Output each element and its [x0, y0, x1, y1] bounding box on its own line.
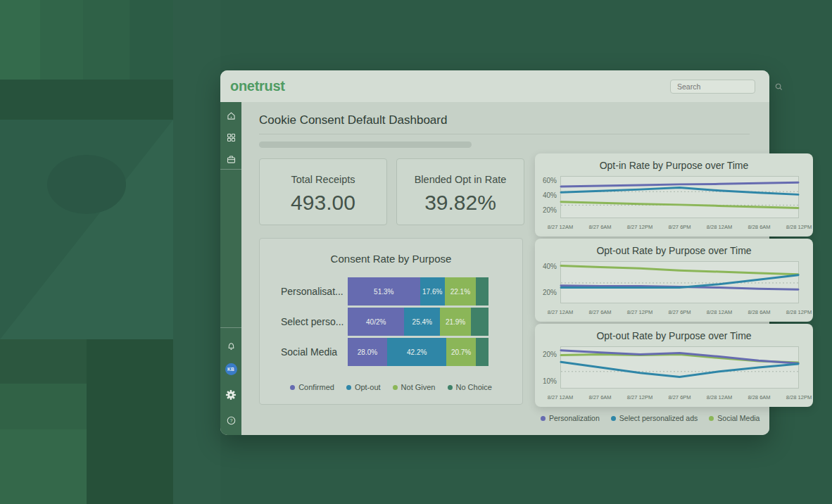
stacked-bar: 28.0%42.2%20.7%	[348, 338, 489, 366]
category-label: Personalisat...	[260, 286, 348, 297]
home-icon[interactable]	[220, 107, 241, 124]
chart-title: Opt-in Rate by Purpose over Time	[535, 153, 813, 171]
bar-segment-confirmed: 28.0%	[348, 338, 387, 366]
y-axis-tick: 40%	[543, 191, 557, 199]
search-icon	[775, 83, 783, 91]
legend-item: Social Media	[709, 414, 759, 422]
stat-card-blended-opt-in: Blended Opt in Rate 39.82%	[396, 158, 524, 225]
stat-value: 39.82%	[397, 191, 524, 215]
stacked-bar: 51.3%17.6%22.1%	[348, 277, 489, 305]
line-series-personalization	[561, 182, 798, 187]
stat-label: Blended Opt in Rate	[397, 174, 524, 185]
x-axis-tick: 8/27 6AM	[588, 309, 611, 315]
chart-title: Consent Rate by Purpose	[260, 253, 522, 265]
line-series-select-personalized-ads	[561, 188, 798, 195]
line-series-social-media	[561, 266, 798, 275]
line-series-select-personalized-ads	[561, 362, 798, 377]
line-charts-column: Opt-in Rate by Purpose over Time 60%40%2…	[535, 153, 813, 422]
y-axis-tick: 10%	[543, 377, 557, 385]
x-axis-tick: 8/27 12AM	[548, 394, 573, 401]
legend-item: Confirmed	[290, 383, 334, 391]
bar-segment-no-choice	[476, 277, 489, 305]
bar-segment-not-given: 22.1%	[445, 277, 476, 305]
x-axis-tick: 8/27 12PM	[627, 394, 653, 401]
x-axis-tick: 8/28 12AM	[707, 394, 732, 401]
bar-segment-opt-out: 42.2%	[387, 338, 446, 366]
svg-text:?: ?	[229, 418, 232, 423]
help-icon[interactable]: ?	[220, 412, 241, 429]
line-plot: 60%40%20%	[560, 176, 799, 218]
bar-row: Select perso...40/2%25.4%21.9%	[260, 308, 522, 336]
x-axis-tick: 8/27 12AM	[548, 309, 573, 315]
x-axis-labels: 8/27 12AM8/27 6AM8/27 12PM8/27 6PM8/28 1…	[560, 394, 799, 401]
bar-row: Personalisat...51.3%17.6%22.1%	[260, 277, 522, 305]
legend-item: Select personalized ads	[611, 414, 698, 422]
legend-dot	[541, 416, 546, 421]
legend-dot	[448, 385, 453, 390]
page-title: Cookie Consent Default Dashboard	[259, 113, 447, 127]
bar-segment-opt-out: 25.4%	[404, 308, 440, 336]
legend-item: Not Given	[393, 383, 436, 391]
legend-label: Not Given	[401, 383, 436, 391]
bar-segment-not-given: 20.7%	[446, 338, 475, 366]
x-axis-tick: 8/27 12PM	[627, 309, 653, 315]
bar-segment-no-choice	[476, 338, 489, 366]
y-axis-tick: 60%	[543, 177, 557, 184]
chart-title: Opt-out Rate by Purpose over Time	[535, 239, 813, 256]
legend-label: Select personalized ads	[619, 414, 698, 422]
bar-row: Social Media28.0%42.2%20.7%	[260, 338, 522, 366]
legend-dot	[290, 385, 295, 390]
briefcase-icon[interactable]	[220, 151, 241, 168]
opt-in-rate-chart-card: Opt-in Rate by Purpose over Time 60%40%2…	[535, 153, 813, 237]
x-axis-labels: 8/27 12AM8/27 6AM8/27 12PM8/27 6PM8/28 1…	[560, 224, 799, 231]
bar-segment-confirmed: 51.3%	[348, 277, 420, 305]
legend-item: No Choice	[448, 383, 492, 391]
sidebar-divider-bottom	[220, 327, 241, 328]
sidebar-divider-top	[220, 169, 241, 170]
category-label: Social Media	[260, 346, 348, 358]
legend-dot	[346, 385, 351, 390]
apps-grid-icon[interactable]	[220, 129, 241, 146]
chart-title: Opt-out Rate by Purpose over Time	[535, 324, 813, 341]
consent-rate-chart-card: Consent Rate by Purpose Personalisat...5…	[259, 238, 523, 405]
gear-icon[interactable]	[220, 386, 241, 403]
legend-dot	[611, 416, 616, 421]
x-axis-tick: 8/27 6PM	[668, 309, 691, 315]
bar-segment-not-given: 21.9%	[440, 308, 471, 336]
y-axis-tick: 20%	[543, 289, 557, 296]
bar-segment-opt-out: 17.6%	[420, 277, 445, 305]
y-axis-tick: 20%	[543, 350, 557, 358]
bell-icon[interactable]	[220, 337, 241, 354]
x-axis-tick: 8/27 12PM	[627, 224, 653, 230]
legend-item: Opt-out	[346, 383, 381, 391]
opt-out-rate-chart-card-1: Opt-out Rate by Purpose over Time 40%20%…	[535, 239, 813, 322]
stacked-bar-chart: Personalisat...51.3%17.6%22.1%Select per…	[260, 277, 522, 368]
stat-card-total-receipts: Total Receipts 493.00	[259, 158, 387, 225]
x-axis-tick: 8/27 6AM	[588, 394, 611, 401]
x-axis-tick: 8/28 12PM	[786, 309, 812, 315]
stacked-bar: 40/2%25.4%21.9%	[348, 308, 489, 336]
bar-segment-no-choice	[471, 308, 489, 336]
x-axis-tick: 8/28 12PM	[786, 394, 812, 401]
title-divider	[259, 134, 750, 134]
legend-label: Opt-out	[355, 383, 381, 391]
x-axis-tick: 8/27 6AM	[588, 224, 611, 230]
x-axis-tick: 8/27 12AM	[548, 224, 573, 230]
top-bar: onetrust	[220, 70, 769, 102]
x-axis-tick: 8/28 12AM	[707, 309, 732, 315]
legend-item: Personalization	[541, 414, 600, 422]
y-axis-tick: 20%	[543, 206, 557, 213]
stat-label: Total Receipts	[260, 174, 386, 185]
search-input[interactable]	[671, 82, 775, 91]
legend-label: No Choice	[456, 383, 492, 391]
sidebar: KB ?	[220, 102, 241, 435]
legend-label: Confirmed	[298, 383, 334, 391]
x-axis-tick: 8/28 12AM	[707, 224, 732, 230]
line-series-personalization	[561, 351, 798, 364]
x-axis-tick: 8/28 6AM	[748, 309, 770, 315]
legend-dot	[709, 416, 714, 421]
x-axis-tick: 8/28 6AM	[748, 224, 770, 230]
avatar[interactable]: KB	[220, 360, 241, 377]
search-box[interactable]	[670, 80, 755, 94]
x-axis-tick: 8/28 6AM	[748, 394, 770, 401]
